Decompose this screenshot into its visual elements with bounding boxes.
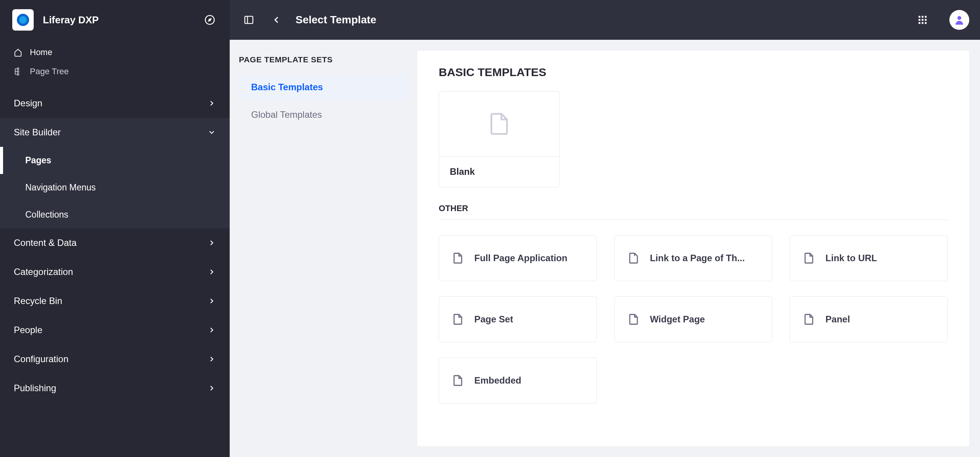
section-title-other: OTHER <box>439 203 948 220</box>
set-item-label: Global Templates <box>251 109 322 120</box>
svg-rect-14 <box>925 19 927 21</box>
nav-section-label: Categorization <box>14 267 73 277</box>
quick-link-label: Home <box>30 47 52 57</box>
set-item-label: Basic Templates <box>251 82 323 92</box>
nav-section-configuration[interactable]: Configuration <box>0 345 230 374</box>
page-icon <box>486 111 513 137</box>
subnav-label: Collections <box>25 210 69 220</box>
page-icon <box>627 313 640 326</box>
compass-icon <box>204 15 215 25</box>
site-builder-subnav: Pages Navigation Menus Collections <box>0 147 230 228</box>
nav-section-label: People <box>14 325 42 335</box>
other-card-link-page[interactable]: Link to a Page of Th... <box>614 235 773 281</box>
other-card-label: Link to URL <box>825 253 877 263</box>
nav-section-label: Content & Data <box>14 237 77 248</box>
chevron-right-icon <box>207 355 216 363</box>
svg-rect-16 <box>922 22 924 24</box>
svg-rect-11 <box>925 16 927 18</box>
nav-section-people[interactable]: People <box>0 316 230 345</box>
chevron-down-icon <box>207 128 216 137</box>
svg-rect-7 <box>245 16 253 24</box>
chevron-right-icon <box>207 239 216 247</box>
other-card-label: Link to a Page of Th... <box>650 253 745 263</box>
quick-link-label: Page Tree <box>30 67 69 76</box>
nav-section-label: Design <box>14 98 42 109</box>
nav-section-label: Recycle Bin <box>14 296 62 306</box>
subnav-item-navigation-menus[interactable]: Navigation Menus <box>0 174 230 201</box>
sidebar-header: Liferay DXP <box>0 0 230 40</box>
other-card-label: Widget Page <box>650 314 705 325</box>
grid-icon <box>917 15 928 25</box>
home-icon <box>14 48 22 57</box>
svg-rect-12 <box>919 19 921 21</box>
set-item-global-templates[interactable]: Global Templates <box>239 102 408 128</box>
other-card-page-set[interactable]: Page Set <box>439 296 597 342</box>
nav-section-recycle-bin[interactable]: Recycle Bin <box>0 286 230 316</box>
page-icon <box>802 252 815 265</box>
svg-rect-4 <box>17 68 19 70</box>
quick-link-home[interactable]: Home <box>0 43 230 62</box>
brand-logo[interactable] <box>12 9 34 31</box>
main: Select Template PAGE TEMPLATE SETS B <box>230 0 980 457</box>
template-card-preview <box>439 91 559 156</box>
sets-panel-title: PAGE TEMPLATE SETS <box>239 55 408 64</box>
compass-button[interactable] <box>202 12 217 28</box>
subnav-item-pages[interactable]: Pages <box>0 147 230 174</box>
chevron-right-icon <box>207 384 216 392</box>
chevron-right-icon <box>207 268 216 276</box>
apps-menu-button[interactable] <box>916 13 929 27</box>
template-card-label: Blank <box>439 156 559 187</box>
back-button[interactable] <box>268 11 285 28</box>
topbar: Select Template <box>230 0 980 40</box>
page-icon <box>451 313 464 326</box>
sidebar-toggle-icon <box>243 15 254 25</box>
svg-marker-3 <box>208 18 212 22</box>
svg-rect-15 <box>919 22 921 24</box>
page-icon <box>451 252 464 265</box>
nav-section-content-data[interactable]: Content & Data <box>0 228 230 257</box>
other-card-panel[interactable]: Panel <box>790 296 948 342</box>
page-icon <box>627 252 640 265</box>
nav-section-label: Configuration <box>14 354 69 364</box>
nav-section-publishing[interactable]: Publishing <box>0 374 230 403</box>
subnav-item-collections[interactable]: Collections <box>0 201 230 228</box>
other-templates-grid: Full Page Application Link to a Page of … <box>439 235 948 403</box>
subnav-label: Navigation Menus <box>25 182 96 192</box>
svg-rect-5 <box>17 71 19 72</box>
quick-link-page-tree[interactable]: Page Tree <box>0 62 230 81</box>
brand-title: Liferay DXP <box>43 14 202 26</box>
nav-section-site-builder[interactable]: Site Builder <box>0 118 230 147</box>
content: PAGE TEMPLATE SETS Basic Templates Globa… <box>230 40 980 457</box>
tree-icon <box>14 67 22 76</box>
page-icon <box>802 313 815 326</box>
template-sets-panel: PAGE TEMPLATE SETS Basic Templates Globa… <box>230 40 417 457</box>
chevron-left-icon <box>271 15 282 25</box>
sidebar: Liferay DXP Home <box>0 0 230 457</box>
chevron-right-icon <box>207 297 216 305</box>
nav-section-categorization[interactable]: Categorization <box>0 257 230 286</box>
svg-point-18 <box>957 16 961 20</box>
svg-rect-17 <box>925 22 927 24</box>
svg-rect-9 <box>919 16 921 18</box>
section-title-basic: BASIC TEMPLATES <box>439 66 948 79</box>
page-icon <box>451 374 464 387</box>
other-card-link-url[interactable]: Link to URL <box>790 235 948 281</box>
nav-section-design[interactable]: Design <box>0 89 230 118</box>
other-card-label: Panel <box>825 314 850 325</box>
template-card-blank[interactable]: Blank <box>439 91 560 187</box>
subnav-label: Pages <box>25 155 51 165</box>
user-avatar[interactable] <box>949 10 969 30</box>
page-title: Select Template <box>296 14 905 26</box>
toggle-sidebar-button[interactable] <box>240 11 257 28</box>
other-card-label: Page Set <box>474 314 513 325</box>
other-card-embedded[interactable]: Embedded <box>439 358 597 403</box>
nav-section-label: Publishing <box>14 383 56 394</box>
svg-rect-6 <box>17 74 19 75</box>
svg-rect-10 <box>922 16 924 18</box>
chevron-right-icon <box>207 99 216 107</box>
templates-panel: BASIC TEMPLATES Blank OTHER Full Page <box>417 50 969 446</box>
other-card-widget-page[interactable]: Widget Page <box>614 296 773 342</box>
svg-point-1 <box>19 16 27 24</box>
set-item-basic-templates[interactable]: Basic Templates <box>239 74 408 100</box>
other-card-full-page-application[interactable]: Full Page Application <box>439 235 597 281</box>
